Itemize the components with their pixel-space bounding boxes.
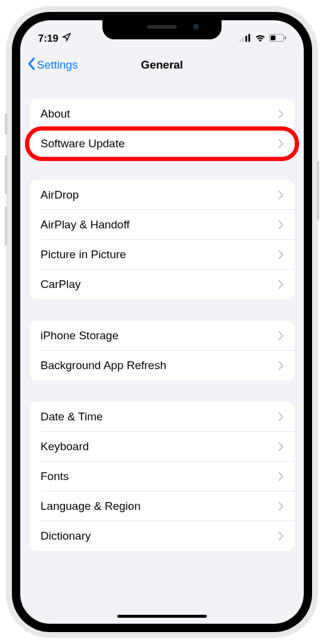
phone-screen: 7:19: [20, 20, 304, 624]
chevron-right-icon: [278, 361, 284, 370]
chevron-right-icon: [278, 280, 284, 289]
chevron-right-icon: [278, 501, 284, 511]
row-dictionary[interactable]: Dictionary: [30, 521, 294, 551]
row-label: Picture in Picture: [40, 248, 126, 261]
settings-group-3: Date & Time Keyboard Fonts Language & Re…: [30, 402, 294, 551]
power-button: [317, 161, 319, 221]
svg-rect-6: [285, 36, 286, 39]
row-label: iPhone Storage: [40, 329, 119, 342]
notch: [102, 20, 222, 39]
svg-rect-5: [271, 36, 276, 41]
settings-group-0: About Software Update: [30, 99, 294, 159]
chevron-right-icon: [278, 139, 284, 148]
chevron-right-icon: [278, 531, 284, 541]
row-airplay-handoff[interactable]: AirPlay & Handoff: [30, 210, 294, 240]
content[interactable]: About Software Update: [20, 80, 304, 624]
row-date-time[interactable]: Date & Time: [30, 402, 294, 432]
row-airdrop[interactable]: AirDrop: [30, 180, 294, 210]
row-label: Dictionary: [40, 530, 91, 543]
row-label: Keyboard: [40, 440, 89, 453]
row-carplay[interactable]: CarPlay: [30, 270, 294, 299]
volume-up: [5, 155, 7, 194]
home-indicator[interactable]: [117, 615, 207, 618]
row-background-app-refresh[interactable]: Background App Refresh: [30, 351, 294, 380]
battery-icon: [269, 33, 286, 44]
back-label: Settings: [37, 58, 78, 72]
chevron-right-icon: [278, 220, 284, 230]
volume-down: [5, 206, 7, 246]
row-keyboard[interactable]: Keyboard: [30, 432, 294, 462]
settings-group-2: iPhone Storage Background App Refresh: [30, 321, 294, 380]
row-iphone-storage[interactable]: iPhone Storage: [30, 321, 294, 351]
row-about[interactable]: About: [30, 99, 294, 129]
back-button[interactable]: Settings: [27, 57, 78, 73]
row-label: Background App Refresh: [40, 359, 166, 372]
row-label: Language & Region: [40, 500, 141, 513]
chevron-left-icon: [27, 57, 36, 73]
svg-rect-3: [248, 34, 250, 42]
chevron-right-icon: [278, 442, 284, 451]
row-label: CarPlay: [40, 278, 81, 291]
svg-rect-0: [239, 39, 241, 42]
page-title: General: [141, 58, 183, 72]
row-label: AirDrop: [40, 188, 79, 202]
chevron-right-icon: [278, 109, 284, 119]
chevron-right-icon: [278, 472, 284, 481]
cellular-signal-icon: [239, 33, 251, 44]
svg-rect-1: [242, 38, 244, 42]
row-fonts[interactable]: Fonts: [30, 462, 294, 491]
phone-frame: 7:19: [6, 6, 318, 638]
row-label: About: [40, 107, 70, 120]
row-language-region[interactable]: Language & Region: [30, 491, 294, 521]
status-time: 7:19: [38, 33, 58, 45]
nav-header: Settings General: [20, 50, 304, 80]
chevron-right-icon: [278, 190, 284, 200]
chevron-right-icon: [278, 331, 284, 340]
row-label: AirPlay & Handoff: [40, 218, 130, 231]
svg-rect-2: [245, 36, 247, 42]
row-label: Date & Time: [40, 410, 103, 423]
row-software-update[interactable]: Software Update: [30, 129, 294, 159]
settings-group-1: AirDrop AirPlay & Handoff Picture in Pic…: [30, 180, 294, 299]
chevron-right-icon: [278, 250, 284, 259]
row-label: Fonts: [40, 470, 69, 483]
row-picture-in-picture[interactable]: Picture in Picture: [30, 240, 294, 270]
wifi-icon: [255, 33, 266, 44]
chevron-right-icon: [278, 412, 284, 422]
location-icon: [62, 33, 71, 45]
row-label: Software Update: [40, 137, 125, 150]
mute-switch: [5, 113, 7, 135]
